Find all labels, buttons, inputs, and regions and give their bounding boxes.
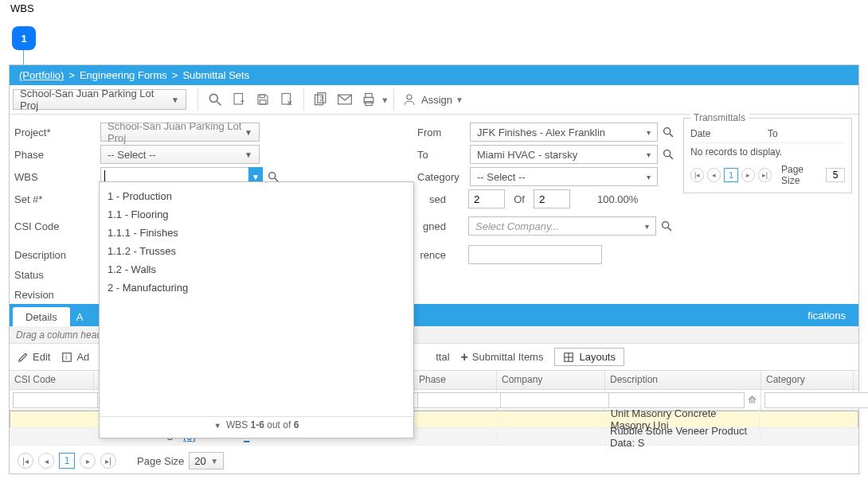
project-label: Project*	[13, 127, 100, 138]
col-desc[interactable]: Description	[605, 371, 761, 389]
reference-input[interactable]	[468, 245, 602, 264]
svg-rect-15	[366, 94, 372, 98]
breadcrumb-sep: >	[68, 69, 75, 81]
print-dropdown-icon[interactable]: ▾	[381, 94, 389, 106]
category-field[interactable]: -- Select -- ▾	[470, 167, 658, 186]
col-phase[interactable]: Phase	[414, 371, 497, 389]
breadcrumb-sep: >	[172, 69, 178, 81]
col-csi[interactable]: CSI Code	[10, 371, 94, 389]
wbs-option[interactable]: 1.1.1 - Finishes	[100, 224, 413, 242]
chevron-down-icon: ▼	[171, 95, 179, 104]
footer-text: out of	[264, 419, 294, 430]
from-field[interactable]: JFK Finishes - Alex Franklin ▾	[470, 123, 658, 142]
chevron-down-icon: ▾	[647, 173, 651, 181]
transmittals-empty: No records to display.	[690, 143, 845, 161]
phase-field-text: -- Select --	[108, 149, 156, 161]
svg-line-21	[670, 134, 673, 137]
add-label: Ad	[76, 351, 89, 363]
funnel-icon[interactable]: ⟰	[747, 394, 757, 407]
submittal-items-button[interactable]: + Submittal Items	[461, 350, 544, 364]
form-area: Project* School-San Juan Parking Lot Pro…	[10, 115, 858, 306]
to-field[interactable]: Miami HVAC - starsky ▾	[470, 145, 658, 164]
sed-label: sed	[417, 193, 451, 205]
cell-desc: Rubble Stone Veneer Product Data: S	[605, 428, 761, 445]
save-icon[interactable]	[251, 88, 275, 111]
page-size-input[interactable]	[826, 168, 845, 182]
transmittals-panel: Transmittals Date To No records to displ…	[683, 118, 852, 193]
add-button[interactable]: i Ad	[61, 351, 89, 363]
footer-range: 1-6	[251, 419, 264, 430]
col-cat[interactable]: Category	[761, 371, 854, 389]
project-field[interactable]: School-San Juan Parking Lot Proj ▼	[100, 123, 260, 142]
breadcrumb: (Portfolio) > Engineering Forms > Submit…	[10, 65, 858, 85]
pager-prev-icon[interactable]: ◂	[38, 453, 54, 469]
pager-first-icon[interactable]: |◂	[18, 453, 33, 469]
print-icon[interactable]	[357, 88, 381, 111]
divider	[303, 88, 304, 111]
company-field[interactable]: Select Company... ▾	[468, 216, 656, 236]
svg-rect-5	[260, 95, 264, 98]
of-label: Of	[505, 193, 534, 205]
wbs-option[interactable]: 1.1.2 - Trusses	[100, 242, 413, 260]
project-field-text: School-San Juan Parking Lot Proj	[108, 120, 244, 144]
pager-next-icon[interactable]: ▸	[741, 168, 755, 182]
search-icon[interactable]	[659, 146, 677, 163]
search-icon[interactable]	[659, 123, 677, 141]
edit-button[interactable]: Edit	[18, 351, 50, 363]
chevron-down-icon: ▾	[647, 128, 651, 137]
person-icon	[402, 92, 416, 107]
page-size-label: Page Size	[137, 455, 184, 467]
svg-rect-16	[366, 102, 372, 106]
footer-text: WBS	[226, 419, 251, 430]
col-company[interactable]: Company	[497, 371, 605, 389]
breadcrumb-mid: Engineering Forms	[80, 69, 167, 81]
svg-text:i: i	[66, 353, 68, 360]
toolbar: School-San Juan Parking Lot Proj ▼ 2 ▾ A…	[10, 85, 858, 115]
copy-icon[interactable]: 2	[309, 88, 333, 111]
from-field-text: JFK Finishes - Alex Franklin	[477, 127, 605, 138]
plus-icon: +	[461, 350, 468, 364]
pager-prev-icon[interactable]: ◂	[707, 168, 721, 182]
wbs-dropdown-panel: 1 - Production 1.1 - Flooring 1.1.1 - Fi…	[99, 181, 414, 438]
count-a-input[interactable]	[468, 189, 505, 208]
wbs-option[interactable]: 1.2 - Walls	[100, 260, 413, 279]
percent-text: 100.00%	[597, 193, 638, 205]
mail-icon[interactable]	[333, 88, 357, 111]
assign-button[interactable]: Assign ▼	[402, 92, 463, 107]
from-label: From	[417, 127, 470, 138]
count-b-input[interactable]	[534, 189, 570, 208]
transmittals-col-to: To	[768, 128, 845, 139]
assign-label: Assign	[421, 94, 452, 106]
ttal-button[interactable]: ttal	[436, 351, 449, 363]
wbs-option[interactable]: 2 - Manufacturing	[100, 279, 413, 297]
new-page-icon[interactable]	[227, 88, 251, 111]
pager-last-icon[interactable]: ▸|	[758, 168, 772, 182]
tab-details[interactable]: Details	[13, 307, 70, 326]
transmittals-pager: |◂ ◂ 1 ▸ ▸| Page Size	[690, 164, 845, 186]
pager-last-icon[interactable]: ▸|	[100, 453, 116, 469]
page-size-label: Page Size	[781, 164, 823, 186]
pager-next-icon[interactable]: ▸	[80, 453, 96, 469]
svg-text:2: 2	[319, 95, 323, 103]
filter-cat[interactable]	[764, 392, 868, 408]
search-icon[interactable]	[203, 88, 227, 111]
search-icon[interactable]	[658, 217, 675, 235]
project-selector[interactable]: School-San Juan Parking Lot Proj ▼	[13, 89, 186, 110]
wbs-dropdown-footer: ▼ WBS 1-6 out of 6	[100, 416, 413, 433]
breadcrumb-root[interactable]: (Portfolio)	[19, 69, 64, 81]
layouts-button[interactable]: Layouts	[554, 348, 624, 366]
status-label: Status	[13, 269, 100, 281]
wbs-option[interactable]: 1.1 - Flooring	[100, 205, 413, 224]
svg-point-18	[269, 173, 276, 179]
tab-partial[interactable]: A	[70, 307, 96, 326]
delete-page-icon[interactable]	[275, 88, 299, 111]
phase-field[interactable]: -- Select -- ▼	[100, 145, 260, 164]
wbs-label: WBS	[13, 171, 100, 183]
set-label: Set #*	[13, 193, 100, 205]
pager-page[interactable]: 1	[59, 453, 75, 469]
pager-page[interactable]: 1	[724, 168, 737, 182]
page-size-select[interactable]: 20 ▼	[189, 452, 224, 469]
pager-first-icon[interactable]: |◂	[690, 168, 704, 182]
tab-right-partial: fications	[807, 304, 846, 326]
wbs-option[interactable]: 1 - Production	[100, 187, 413, 205]
